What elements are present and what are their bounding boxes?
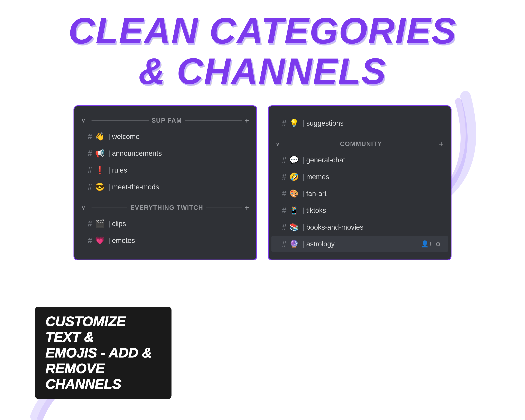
channel-general-chat[interactable]: # 💬 | general-chat	[272, 152, 448, 168]
channel-books-and-movies-label: books-and-movies	[306, 223, 364, 231]
category-sup-fam[interactable]: ∨ SUP FAM +	[74, 113, 256, 128]
tiktoks-emoji: 📱	[289, 206, 299, 215]
channel-clips-label: clips	[112, 220, 126, 228]
channel-tiktoks-label: tiktoks	[306, 206, 326, 214]
channel-tiktoks[interactable]: # 📱 | tiktoks	[272, 202, 448, 219]
category-everything-twitch-label: EVERYTHING TWITCH	[130, 204, 203, 211]
channel-welcome[interactable]: # 👋 | welcome	[77, 128, 253, 145]
panels-container: ∨ SUP FAM + # 👋 | welcome # 📢 | announce…	[0, 105, 525, 261]
channel-announcements[interactable]: # 📢 | announcements	[77, 145, 253, 161]
fan-art-emoji: 🎨	[289, 189, 299, 198]
add-channel-community-button[interactable]: +	[439, 140, 444, 148]
hash-icon: #	[282, 119, 286, 128]
channel-fan-art[interactable]: # 🎨 | fan-art	[272, 185, 448, 202]
channel-emotes-label: emotes	[112, 237, 135, 244]
hash-icon: #	[88, 165, 92, 175]
hash-icon: #	[282, 206, 286, 215]
line-left	[286, 144, 337, 144]
category-community-label: COMMUNITY	[340, 140, 382, 148]
bottom-banner: CUSTOMIZE TEXT & EMOJIS - ADD & REMOVE C…	[0, 307, 525, 399]
meet-the-mods-emoji: 😎	[95, 182, 105, 191]
banner-text-box: CUSTOMIZE TEXT & EMOJIS - ADD & REMOVE C…	[35, 307, 171, 399]
channel-suggestions[interactable]: # 💡 | suggestions	[272, 115, 448, 131]
hash-icon: #	[88, 182, 92, 192]
channel-meet-the-mods-label: meet-the-mods	[112, 183, 159, 191]
line-left	[92, 120, 149, 121]
category-everything-twitch[interactable]: ∨ EVERYTHING TWITCH +	[74, 200, 256, 215]
channel-welcome-label: welcome	[112, 133, 140, 140]
channel-astrology[interactable]: # 🔮 | astrology 👤+ ⚙	[272, 236, 448, 252]
add-channel-sup-fam-button[interactable]: +	[245, 116, 249, 125]
hash-icon: #	[282, 189, 286, 198]
channel-actions: 👤+ ⚙	[421, 240, 441, 248]
memes-emoji: 🤣	[289, 172, 299, 181]
banner-line1: CUSTOMIZE TEXT &	[46, 314, 126, 345]
channel-memes[interactable]: # 🤣 | memes	[272, 168, 448, 185]
hash-icon: #	[282, 223, 286, 232]
chevron-icon: ∨	[81, 205, 85, 211]
banner-headline: CUSTOMIZE TEXT & EMOJIS - ADD & REMOVE C…	[46, 314, 161, 392]
channel-rules-label: rules	[112, 166, 127, 174]
channel-emotes[interactable]: # 💗 | emotes	[77, 232, 253, 249]
hash-icon: #	[88, 149, 92, 158]
astrology-emoji: 🔮	[289, 239, 299, 249]
channel-fan-art-label: fan-art	[306, 190, 327, 197]
rules-emoji: ❗	[95, 166, 105, 175]
title-line1: CLEAN CATEGORIES	[68, 10, 457, 51]
channel-books-and-movies[interactable]: # 📚 | books-and-movies	[272, 219, 448, 235]
announcements-emoji: 📢	[95, 149, 105, 158]
chevron-icon: ∨	[81, 118, 85, 124]
title-line2: & CHANNELS	[139, 51, 387, 92]
hash-icon: #	[282, 155, 286, 165]
line-right	[385, 144, 436, 144]
line-left	[92, 207, 127, 208]
channel-astrology-label: astrology	[306, 240, 335, 248]
hash-icon: #	[88, 132, 92, 141]
channel-announcements-label: announcements	[112, 149, 162, 157]
invite-icon[interactable]: 👤+	[421, 240, 432, 248]
books-and-movies-emoji: 📚	[289, 223, 299, 232]
line-right	[185, 120, 242, 121]
suggestions-emoji: 💡	[289, 119, 299, 128]
main-title: CLEAN CATEGORIES & CHANNELS	[0, 0, 525, 91]
settings-icon[interactable]: ⚙	[435, 240, 441, 248]
channel-meet-the-mods[interactable]: # 😎 | meet-the-mods	[77, 179, 253, 195]
general-chat-emoji: 💬	[289, 155, 299, 165]
emotes-emoji: 💗	[95, 236, 105, 245]
channel-suggestions-label: suggestions	[306, 119, 344, 127]
category-sup-fam-label: SUP FAM	[151, 117, 182, 124]
banner-line2: EMOJIS - ADD & REMOVE	[46, 345, 152, 376]
chevron-icon: ∨	[276, 141, 280, 147]
hash-icon: #	[88, 236, 92, 245]
right-panel: # 💡 | suggestions ∨ COMMUNITY + # 💬 | ge…	[268, 105, 451, 261]
add-channel-twitch-button[interactable]: +	[245, 204, 249, 212]
welcome-emoji: 👋	[95, 132, 105, 141]
line-right	[206, 207, 242, 208]
hash-icon: #	[282, 172, 286, 181]
clips-emoji: 🎬	[95, 219, 105, 228]
banner-line3: CHANNELS	[46, 376, 121, 392]
left-panel: ∨ SUP FAM + # 👋 | welcome # 📢 | announce…	[74, 105, 257, 261]
channel-memes-label: memes	[306, 173, 329, 181]
hash-icon: #	[282, 239, 286, 249]
hash-icon: #	[88, 219, 92, 228]
channel-general-chat-label: general-chat	[306, 156, 345, 164]
channel-rules[interactable]: # ❗ | rules	[77, 162, 253, 178]
channel-clips[interactable]: # 🎬 | clips	[77, 215, 253, 232]
category-community[interactable]: ∨ COMMUNITY +	[269, 137, 451, 151]
